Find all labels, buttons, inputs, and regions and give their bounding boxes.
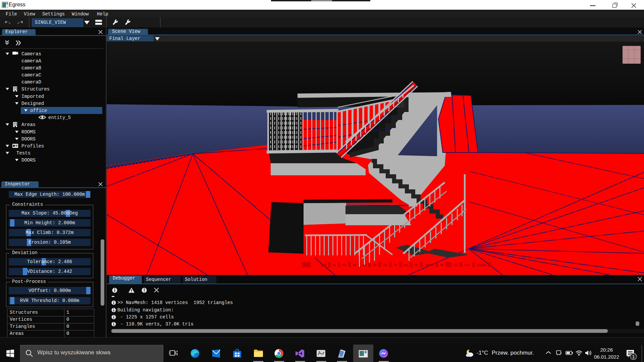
svg-text:1: 1 xyxy=(632,354,635,359)
